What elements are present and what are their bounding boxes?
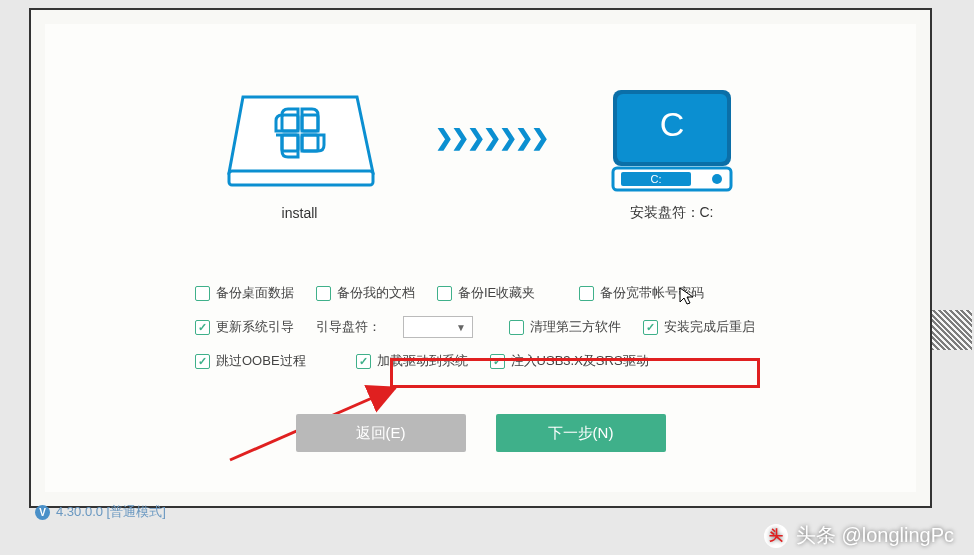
boot-drive-label: 引导盘符：: [316, 318, 381, 336]
checkbox-inject-usb3[interactable]: 注入USB3.X及SRS驱动: [490, 352, 649, 370]
checkbox-update-boot[interactable]: 更新系统引导: [195, 318, 294, 336]
back-button[interactable]: 返回(E): [296, 414, 466, 452]
arrow-icon: ❯❯❯❯❯❯❯: [435, 125, 547, 151]
svg-point-10: [712, 174, 722, 184]
boot-drive-select[interactable]: [403, 316, 473, 338]
checkbox-backup-docs[interactable]: 备份我的文档: [316, 284, 415, 302]
checkbox-skip-oobe[interactable]: 跳过OOBE过程: [195, 352, 306, 370]
checkbox-restart-after[interactable]: 安装完成后重启: [643, 318, 755, 336]
checkbox-backup-desktop[interactable]: 备份桌面数据: [195, 284, 294, 302]
disk-illustration-row: install ❯❯❯❯❯❯❯ C C:: [45, 24, 916, 222]
version-badge-icon: V: [35, 505, 50, 520]
svg-rect-0: [229, 171, 373, 185]
svg-text:C:: C:: [650, 173, 661, 185]
qr-sidebar: [932, 310, 972, 440]
drive-letter-big: C: [659, 105, 684, 143]
watermark-icon: 头: [764, 524, 788, 548]
target-disk: C C: 安装盘符：C:: [607, 84, 737, 222]
target-label: 安装盘符：C:: [630, 204, 714, 222]
checkbox-clean-third[interactable]: 清理第三方软件: [509, 318, 621, 336]
checkbox-backup-broadband[interactable]: 备份宽带帐号密码: [579, 284, 704, 302]
target-disk-icon: C C:: [607, 84, 737, 194]
checkbox-backup-ie[interactable]: 备份IE收藏夹: [437, 284, 535, 302]
install-label: install: [282, 205, 318, 221]
install-disk-icon: [225, 85, 375, 195]
footer-version: V 4.30.0.0 [普通模式]: [35, 503, 166, 521]
options-panel: 备份桌面数据 备份我的文档 备份IE收藏夹 备份宽带帐号密码 更新系统引导 引导…: [195, 284, 866, 384]
checkbox-load-drivers[interactable]: 加载驱动到系统: [356, 352, 468, 370]
button-row: 返回(E) 下一步(N): [45, 414, 916, 452]
install-dialog: install ❯❯❯❯❯❯❯ C C:: [45, 24, 916, 492]
source-disk: install: [225, 85, 375, 221]
watermark: 头 头条 @longlingPc: [764, 522, 954, 549]
next-button[interactable]: 下一步(N): [496, 414, 666, 452]
